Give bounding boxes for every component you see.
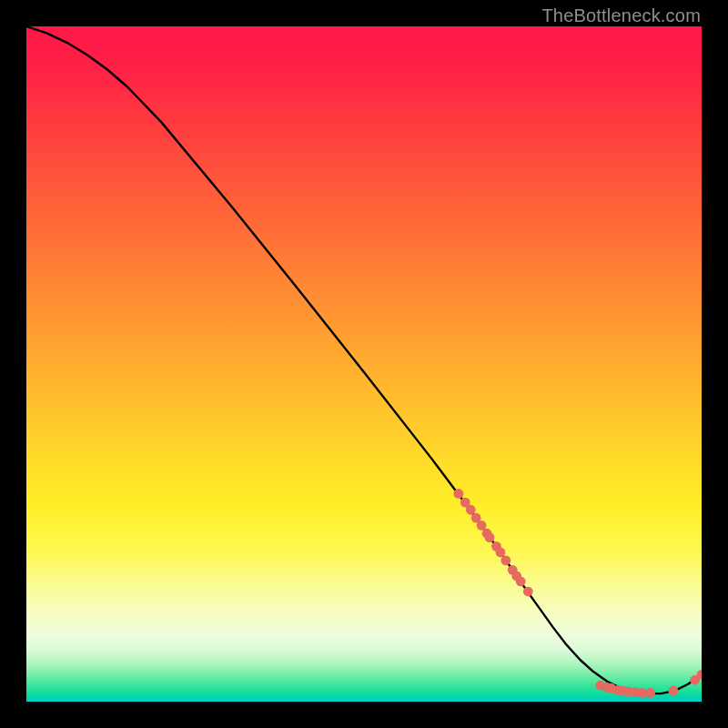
chart-stage: TheBottleneck.com — [0, 0, 728, 728]
heat-gradient-background — [26, 26, 702, 702]
plot-area — [26, 26, 702, 702]
watermark-text: TheBottleneck.com — [541, 5, 701, 26]
